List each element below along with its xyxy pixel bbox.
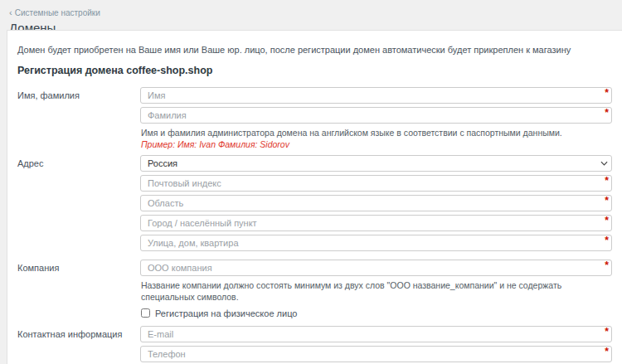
individual-person-checkbox[interactable] [141,308,150,318]
last-name-input[interactable] [140,107,612,124]
email-input[interactable] [140,326,612,342]
page-header: ‹Системные настройки Домены [0,0,622,30]
domains-panel: Домен будет приобретен на Ваше имя или В… [7,30,622,364]
name-row: Имя, фамилия * * Имя и фамилия администр… [17,87,612,155]
back-chevron-icon: ‹ [9,7,12,17]
phone-input[interactable] [140,346,612,362]
company-input[interactable] [140,260,612,276]
form-heading: Регистрация домена coffee-shop.shop [17,65,612,76]
name-section-label: Имя, фамилия [17,87,140,155]
name-help-text: Имя и фамилия администратора домена на а… [141,127,612,138]
company-row: Компания * Название компании должно сост… [17,260,612,325]
breadcrumb-system-settings[interactable]: ‹Системные настройки [9,7,100,17]
first-name-input[interactable] [140,87,612,104]
address-row: Адрес Россия * * * [17,155,612,255]
intro-text: Домен будет приобретен на Ваше имя или В… [17,45,612,55]
city-input[interactable] [140,215,612,231]
contact-row: Контактная информация * * Номер телефона… [17,326,612,364]
name-example-text: Пример: Имя: Ivan Фамилия: Sidorov [141,139,612,149]
contact-section-label: Контактная информация [17,326,140,364]
company-section-label: Компания [17,260,140,325]
address-section-label: Адрес [17,155,140,255]
breadcrumb-label: Системные настройки [15,8,100,17]
region-input[interactable] [140,195,612,211]
street-input[interactable] [140,235,612,251]
company-help-text: Название компании должно состоять миниму… [141,279,612,303]
zip-input[interactable] [140,175,612,192]
country-select[interactable]: Россия [140,155,612,172]
individual-person-checkbox-label[interactable]: Регистрация на физическое лицо [155,308,297,318]
